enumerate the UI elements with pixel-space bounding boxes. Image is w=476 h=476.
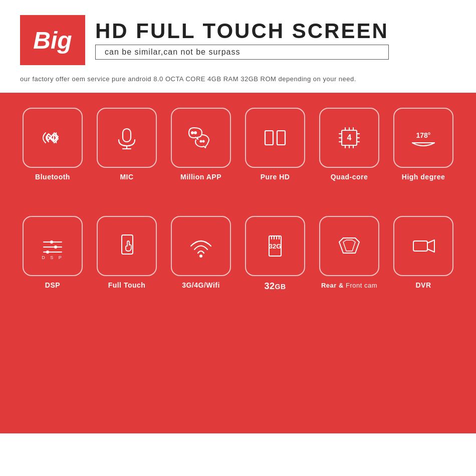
svg-point-34 [199, 255, 202, 258]
features-row2: D S P DSP Full Touch [20, 216, 456, 292]
bluetooth-icon [38, 123, 68, 153]
purehd-icon-box [245, 108, 305, 168]
svg-text:178°: 178° [416, 131, 431, 139]
purehd-label: Pure HD [261, 173, 290, 181]
rearcam-text: Rear & [321, 282, 346, 289]
fulltouch-label: Full Touch [108, 281, 146, 289]
fulltouch-icon-box [97, 216, 157, 276]
dvr-icon [408, 231, 438, 261]
main-title: HD FULL TOUCH SCREEN [95, 21, 389, 42]
feature-bluetooth: Bluetooth [20, 108, 85, 181]
storage-label: 32GB [264, 281, 286, 292]
rearcam-icon-box [319, 216, 379, 276]
feature-app: Million APP [168, 108, 233, 181]
red-section: Bluetooth MIC [0, 93, 476, 433]
highdegree-icon-box: 178° [393, 108, 453, 168]
feature-wifi: 3G/4G/Wifi [168, 216, 233, 292]
feature-dvr: DVR [391, 216, 456, 292]
header-row: Big HD FULL TOUCH SCREEN can be similar,… [20, 15, 456, 65]
storage-icon-box: 32G [245, 216, 305, 276]
mic-label: MIC [120, 173, 133, 181]
feature-mic: MIC [94, 108, 159, 181]
storage-icon: 32G [260, 231, 290, 261]
subtitle: can be similar,can not be surpass [95, 45, 389, 60]
svg-point-29 [54, 246, 57, 249]
wifi-label: 3G/4G/Wifi [182, 281, 220, 289]
fulltouch-icon [112, 231, 142, 261]
svg-point-6 [200, 141, 202, 142]
dvr-label: DVR [415, 281, 431, 289]
wifi-icon-box [171, 216, 231, 276]
top-section: Big HD FULL TOUCH SCREEN can be similar,… [0, 0, 476, 93]
storage-gb-text: GB [275, 283, 286, 291]
svg-point-4 [191, 132, 193, 134]
svg-point-31 [46, 251, 49, 254]
dsp-icon: D S P [38, 231, 68, 261]
storage-bold-num: 32 [264, 281, 275, 291]
big-label: Big [20, 15, 85, 65]
million-app-icon [184, 121, 218, 155]
quadcore-icon: 4 [334, 123, 364, 153]
feature-dsp: D S P DSP [20, 216, 85, 292]
svg-text:4: 4 [347, 133, 352, 142]
title-block: HD FULL TOUCH SCREEN can be similar,can … [95, 21, 389, 60]
svg-point-5 [194, 132, 196, 134]
features-row1: Bluetooth MIC [20, 108, 456, 181]
rearcam-icon [334, 231, 364, 261]
svg-rect-40 [413, 241, 427, 251]
svg-rect-1 [123, 129, 131, 142]
rearcam-label: Rear & Front cam [321, 281, 377, 289]
svg-point-7 [203, 141, 204, 142]
bluetooth-icon-box [23, 108, 83, 168]
svg-point-27 [50, 241, 53, 244]
quadcore-label: Quad-core [331, 173, 368, 181]
svg-rect-8 [265, 131, 273, 145]
feature-fulltouch: Full Touch [94, 216, 159, 292]
purehd-icon [260, 123, 290, 153]
app-label: Million APP [180, 173, 221, 181]
feature-purehd: Pure HD [243, 108, 308, 181]
mic-icon-box [97, 108, 157, 168]
quadcore-icon-box: 4 [319, 108, 379, 168]
bluetooth-label: Bluetooth [35, 173, 70, 181]
app-icon-box [171, 108, 231, 168]
feature-highdegree: 178° High degree [391, 108, 456, 181]
dsp-icon-box: D S P [23, 216, 83, 276]
description: our factory offer oem service pure andro… [20, 75, 456, 83]
feature-storage: 32G 32GB [243, 216, 308, 292]
dsp-label: DSP [45, 281, 60, 289]
svg-text:32G: 32G [269, 243, 282, 250]
feature-rearcam: Rear & Front cam [317, 216, 382, 292]
dvr-icon-box [393, 216, 453, 276]
highdegree-label: High degree [402, 173, 445, 181]
frontcam-text: Front cam [346, 282, 377, 289]
feature-quadcore: 4 Quad-core [317, 108, 382, 181]
wifi-icon [186, 231, 216, 261]
svg-rect-9 [277, 131, 285, 145]
mic-icon [112, 123, 142, 153]
svg-text:D S P: D S P [42, 255, 64, 260]
highdegree-icon: 178° [408, 123, 438, 153]
